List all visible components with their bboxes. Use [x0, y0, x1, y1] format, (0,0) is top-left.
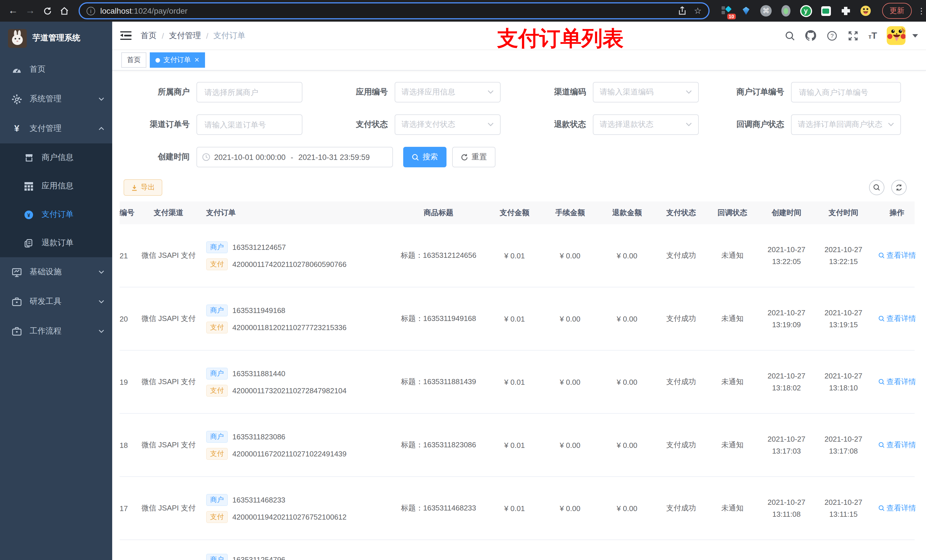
refund-status-select[interactable]: 请选择退款状态	[593, 115, 699, 135]
pay-order-no: 4200001173202110272847982104	[232, 386, 346, 395]
create-time-range-input[interactable]: 2021-10-01 00:00:00 - 2021-10-31 23:59:5…	[197, 147, 393, 167]
merchant-tag: 商户	[206, 241, 228, 253]
browser-update-button[interactable]: 更新	[882, 3, 912, 19]
forward-icon[interactable]: →	[23, 3, 38, 18]
cell-title: 标题：1635311823086	[390, 440, 487, 450]
address-bar[interactable]: i localhost:1024/pay/order ☆	[79, 2, 710, 20]
merchant-order-no: 1635311823086	[232, 432, 285, 441]
help-icon[interactable]: ?	[826, 30, 838, 41]
view-detail-link[interactable]: 查看详情	[878, 440, 916, 450]
cell-status: 支付成功	[655, 251, 707, 261]
tab-home[interactable]: 首页	[121, 52, 146, 68]
reset-button[interactable]: 重置	[452, 147, 495, 167]
breadcrumb-pay[interactable]: 支付管理	[169, 30, 201, 41]
font-size-icon[interactable]: тT	[869, 31, 877, 40]
cell-notify: 未通知	[707, 377, 758, 387]
channel-order-no-input[interactable]	[197, 115, 303, 135]
view-detail-link[interactable]: 查看详情	[878, 377, 916, 387]
extension-puzzle-icon[interactable]	[840, 5, 852, 17]
cell-create-time: 2021-10-27 13:18:02	[758, 370, 815, 394]
toggle-search-button[interactable]	[869, 180, 884, 195]
sidebar-item-pay-order[interactable]: ¥ 支付订单	[0, 200, 112, 229]
tab-close-icon[interactable]: ✕	[194, 56, 199, 64]
github-icon[interactable]	[805, 30, 817, 41]
extension-gem-icon[interactable]	[740, 5, 752, 17]
reload-icon[interactable]	[40, 3, 54, 18]
svg-text:?: ?	[830, 32, 834, 39]
pay-status-select[interactable]: 请选择支付状态	[395, 115, 501, 135]
sidebar-item-app-info[interactable]: 应用信息	[0, 172, 112, 200]
home-icon[interactable]	[57, 3, 72, 18]
cell-channel: 微信 JSAPI 支付	[137, 377, 200, 387]
sidebar-item-merchant-info[interactable]: 商户信息	[0, 143, 112, 172]
sidebar-item-infra[interactable]: 基础设施	[0, 257, 112, 287]
bookmark-star-icon[interactable]: ☆	[694, 6, 702, 16]
extension-blocks-icon[interactable]: 10	[720, 5, 732, 17]
export-button[interactable]: 导出	[124, 179, 162, 196]
documents-icon	[24, 238, 33, 248]
browser-menu-icon[interactable]: ⋮	[917, 6, 925, 15]
view-detail-link[interactable]: 查看详情	[878, 251, 916, 261]
pay-order-no: 4200001167202110271022491439	[232, 449, 346, 458]
cell-amount: ¥ 0.01	[487, 251, 542, 260]
cell-actions: 查看详情	[872, 503, 922, 513]
cell-order-numbers: 商户 1635312124657 支付 42000011742021102780…	[200, 236, 390, 275]
table-body: 21 微信 JSAPI 支付 商户 1635312124657 支付 42000…	[120, 224, 915, 540]
extension-badge: 10	[727, 14, 736, 20]
sidebar-item-refund-order[interactable]: 退款订单	[0, 229, 112, 257]
page-annotation: 支付订单列表	[497, 24, 623, 53]
chevron-down-icon	[487, 87, 494, 97]
cell-create-time: 2021-10-27 13:11:08	[758, 496, 815, 520]
avatar[interactable]	[887, 26, 905, 45]
cell-id: 19	[120, 377, 137, 386]
extension-emoji-icon[interactable]	[859, 5, 872, 17]
sidebar-item-home[interactable]: 首页	[0, 54, 112, 84]
refresh-icon	[461, 153, 468, 161]
view-detail-link[interactable]: 查看详情	[878, 503, 916, 513]
tab-pay-order[interactable]: 支付订单 ✕	[150, 52, 205, 68]
merchant-order-no-input[interactable]	[791, 82, 901, 103]
table-row-partial: 商户 1635311254796	[120, 540, 915, 560]
back-icon[interactable]: ←	[6, 3, 21, 18]
merchant-tag: 商户	[206, 430, 228, 442]
table-row: 21 微信 JSAPI 支付 商户 1635312124657 支付 42000…	[120, 224, 915, 287]
sidebar-item-dev-tools[interactable]: 研发工具	[0, 287, 112, 316]
app-root: ← → i localhost:1024/pay/order ☆ 10 ⌘ y	[0, 0, 926, 560]
filter-label-merchant-order-no: 商户订单编号	[718, 87, 791, 97]
date-start: 2021-10-01 00:00:00	[214, 153, 286, 162]
app-select[interactable]: 请选择应用信息	[395, 82, 501, 103]
extension-oval-icon[interactable]	[780, 5, 792, 17]
pay-tag: 支付	[206, 511, 228, 523]
notify-status-select[interactable]: 请选择订单回调商户状态	[791, 115, 901, 135]
clock-icon	[202, 153, 210, 161]
sidebar-item-workflow[interactable]: 工作流程	[0, 316, 112, 346]
share-icon[interactable]	[678, 6, 686, 15]
collapse-sidebar-icon[interactable]	[120, 31, 132, 40]
sidebar-item-pay[interactable]: ¥ 支付管理	[0, 114, 112, 143]
cell-create-time: 2021-10-27 13:22:05	[758, 244, 815, 267]
extension-chat-icon[interactable]	[820, 5, 832, 17]
cell-notify: 未通知	[707, 503, 758, 513]
refresh-table-button[interactable]	[891, 180, 906, 195]
search-button[interactable]: 搜索	[403, 147, 446, 167]
cell-fee: ¥ 0.00	[542, 251, 599, 260]
fullscreen-icon[interactable]	[847, 30, 859, 41]
sidebar-item-system[interactable]: 系统管理	[0, 84, 112, 114]
extension-command-icon[interactable]: ⌘	[760, 5, 772, 17]
extension-area: 10 ⌘ y	[720, 5, 872, 17]
pay-tag: 支付	[206, 448, 228, 460]
breadcrumb-home[interactable]: 首页	[141, 30, 157, 41]
extension-y-icon[interactable]: y	[800, 5, 812, 17]
merchant-input[interactable]	[197, 82, 303, 103]
filter-label-channel-code: 渠道编码	[520, 87, 593, 97]
channel-code-select[interactable]: 请输入渠道编码	[593, 82, 699, 103]
briefcase-icon	[12, 297, 22, 306]
avatar-caret-icon[interactable]	[912, 34, 918, 37]
cell-amount: ¥ 0.01	[487, 377, 542, 386]
cell-actions: 查看详情	[872, 251, 922, 261]
svg-text:¥: ¥	[27, 212, 30, 218]
search-icon	[878, 252, 885, 259]
search-icon[interactable]	[784, 30, 796, 41]
site-info-icon[interactable]: i	[86, 6, 95, 15]
view-detail-link[interactable]: 查看详情	[878, 314, 916, 324]
